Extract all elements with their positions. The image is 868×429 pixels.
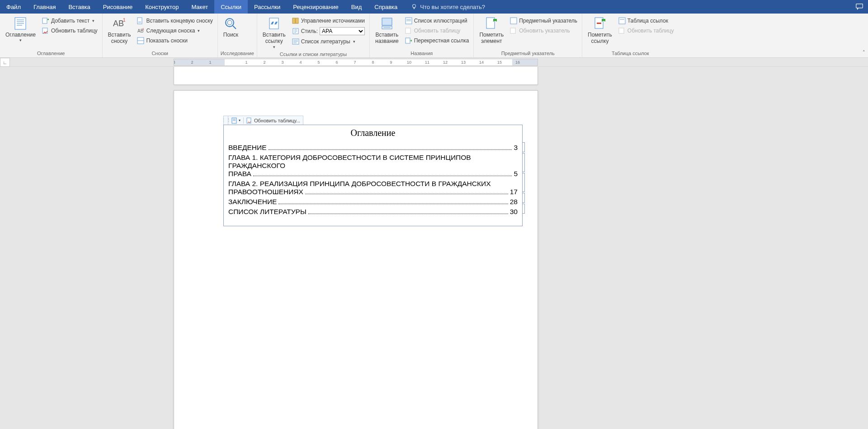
toc-entry[interactable]: ЗАКЛЮЧЕНИЕ 28 — [224, 197, 522, 207]
svg-rect-43 — [619, 28, 624, 33]
svg-rect-34 — [406, 28, 410, 33]
insert-footnote-button[interactable]: AB1 Вставить сноску — [105, 15, 134, 46]
collapse-ribbon-button[interactable]: ˄ — [863, 50, 865, 56]
mark-entry-icon — [484, 16, 499, 31]
toc-entry-text: ПРАВА — [228, 170, 251, 178]
insert-footnote-label: Вставить сноску — [108, 32, 131, 45]
insert-index-button[interactable]: Предметный указатель — [508, 16, 579, 25]
tof-label: Список иллюстраций — [414, 18, 467, 24]
endnote-icon — [137, 17, 144, 24]
insert-endnote-label: Вставить концевую сноску — [146, 18, 212, 24]
insert-toa-button[interactable]: Таблица ссылок — [617, 16, 676, 25]
insert-caption-label: Вставить название — [375, 32, 399, 45]
search-icon — [223, 16, 238, 31]
tab-design[interactable]: Конструктор — [139, 0, 185, 14]
svg-point-17 — [226, 19, 234, 27]
insert-citation-label: Вставить ссылку — [263, 32, 286, 45]
tab-view[interactable]: Вид — [345, 0, 368, 14]
group-captions: Вставить название Список иллюстраций Обн… — [370, 14, 474, 57]
toc-entry[interactable]: СПИСОК ЛИТЕРАТУРЫ 30 — [224, 207, 522, 217]
group-index: Пометить элемент Предметный указатель Об… — [474, 14, 582, 57]
toc-field-toolbar: ⋮⋮ ▾ Обновить таблицу... — [223, 116, 303, 125]
tab-mailings[interactable]: Рассылки — [248, 0, 287, 14]
tab-draw[interactable]: Рисование — [97, 0, 139, 14]
insert-index-label: Предметный указатель — [519, 18, 577, 24]
toc-button[interactable]: Оглавление ▾ — [3, 15, 38, 44]
mark-entry-label: Пометить элемент — [479, 32, 504, 45]
mark-citation-button[interactable]: Пометить ссылку — [585, 15, 615, 46]
update-toc-button[interactable]: Обновить таблицу — [40, 26, 99, 35]
group-research-label: Исследование — [221, 50, 254, 57]
toc-title: Оглавление — [224, 125, 522, 143]
tab-help[interactable]: Справка — [368, 0, 404, 14]
chevron-down-icon: ▾ — [92, 19, 94, 23]
update-index-button[interactable]: Обновить указатель — [508, 26, 579, 35]
tab-layout[interactable]: Макет — [185, 0, 214, 14]
toc-entry-text: СПИСОК ЛИТЕРАТУРЫ — [228, 208, 307, 216]
style-icon — [292, 28, 299, 35]
tab-insert[interactable]: Вставка — [62, 0, 96, 14]
search-button[interactable]: Поиск — [221, 15, 241, 39]
svg-rect-7 — [42, 18, 47, 23]
citation-style-row: Стиль: APA — [290, 26, 367, 36]
tab-review[interactable]: Рецензирование — [287, 0, 344, 14]
toc-entry-page: 30 — [510, 208, 518, 216]
toa-icon — [618, 17, 626, 24]
toc-row-bracket — [522, 193, 525, 203]
update-tof-button[interactable]: Обновить таблицу — [403, 26, 471, 35]
toc-entry[interactable]: ВВЕДЕНИЕ 3 — [224, 143, 522, 153]
tab-file[interactable]: Файл — [0, 0, 27, 14]
document-area[interactable]: ⋮⋮ ▾ Обновить таблицу... Оглавление ВВЕД… — [0, 67, 868, 429]
comments-button[interactable] — [855, 0, 863, 14]
add-text-button[interactable]: Добавить текст ▾ — [40, 16, 99, 25]
menu-bar: Файл Главная Вставка Рисование Конструкт… — [0, 0, 868, 14]
toc-icon — [13, 16, 28, 31]
update-toa-label: Обновить таблицу — [627, 28, 674, 34]
show-notes-button[interactable]: Показать сноски — [135, 36, 214, 45]
citation-style-select[interactable]: APA — [320, 27, 365, 35]
tab-references[interactable]: Ссылки — [214, 0, 248, 14]
style-label: Стиль: — [301, 28, 318, 34]
svg-rect-35 — [406, 38, 410, 43]
tell-me-search[interactable]: Что вы хотите сделать? — [411, 0, 485, 14]
citation-icon — [267, 16, 281, 31]
cross-reference-button[interactable]: Перекрестная ссылка — [403, 36, 471, 45]
toc-entry[interactable]: ГЛАВА 2. РЕАЛИЗАЦИЯ ПРИНЦИПА ДОБРОСОВЕСТ… — [224, 179, 522, 197]
drag-handle-icon[interactable]: ⋮⋮ — [224, 116, 228, 125]
bibliography-button[interactable]: Список литературы ▾ — [290, 37, 367, 46]
chevron-down-icon: ▾ — [353, 39, 355, 44]
toc-row-bracket — [522, 173, 525, 192]
svg-point-0 — [413, 5, 416, 8]
next-footnote-button[interactable]: AB1 Следующая сноска ▾ — [135, 26, 214, 35]
toc-update-button[interactable]: Обновить таблицу... — [244, 116, 303, 125]
group-index-label: Предметный указатель — [476, 50, 579, 57]
toc-entry-page: 17 — [510, 188, 518, 196]
svg-rect-22 — [296, 18, 298, 23]
toc-leader — [253, 176, 512, 176]
table-of-figures-button[interactable]: Список иллюстраций — [403, 16, 471, 25]
toc-entry[interactable]: ГЛАВА 1. КАТЕГОРИЯ ДОБРОСОВЕСТНОСТИ В СИ… — [224, 153, 522, 179]
manage-sources-button[interactable]: Управление источниками — [290, 16, 367, 25]
tab-selector[interactable]: ∟ — [0, 58, 10, 67]
insert-endnote-button[interactable]: Вставить концевую сноску — [135, 16, 214, 25]
insert-citation-button[interactable]: Вставить ссылку ▾ — [260, 15, 288, 51]
tab-home[interactable]: Главная — [27, 0, 62, 14]
insert-toa-label: Таблица ссылок — [627, 18, 668, 24]
group-footnotes: AB1 Вставить сноску Вставить концевую сн… — [103, 14, 218, 57]
horizontal-ruler[interactable]: 32112345678910111213141516 — [174, 59, 538, 66]
toc-field[interactable]: Оглавление ВВЕДЕНИЕ 3 ГЛАВА 1. КАТЕГОРИЯ… — [223, 125, 523, 226]
mark-citation-label: Пометить ссылку — [588, 32, 612, 45]
svg-rect-1 — [856, 4, 863, 8]
manage-sources-label: Управление источниками — [301, 18, 365, 24]
insert-caption-button[interactable]: Вставить название — [373, 15, 401, 46]
update-icon — [405, 27, 412, 34]
update-index-label: Обновить указатель — [519, 28, 570, 34]
toc-options-button[interactable]: ▾ — [228, 116, 243, 125]
update-toa-button[interactable]: Обновить таблицу — [617, 26, 676, 35]
crossref-icon — [405, 37, 412, 44]
toc-entry-page: 5 — [514, 170, 518, 178]
mark-entry-button[interactable]: Пометить элемент — [476, 15, 506, 46]
group-footnotes-label: Сноски — [105, 50, 215, 57]
next-footnote-label: Следующая сноска — [146, 28, 195, 34]
add-text-label: Добавить текст — [51, 18, 90, 24]
